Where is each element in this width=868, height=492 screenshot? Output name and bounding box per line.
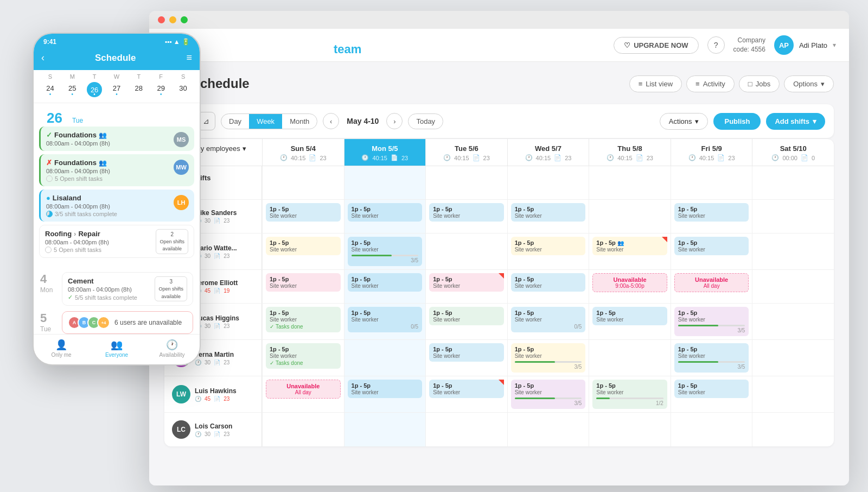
- shift-avatar: MS: [174, 132, 189, 147]
- upgrade-button[interactable]: ♡ UPGRADE NOW: [614, 37, 698, 54]
- employee-row-mario-watte: MW Mario Watte... 🕐 30 📄 23 1p - 5pSite …: [164, 234, 834, 270]
- add-shifts-label: Add shifts: [775, 117, 809, 125]
- jobs-icon: □: [748, 80, 752, 88]
- cell-mario-mon: 1p - 5pSite worker 3/5: [344, 234, 426, 269]
- grid-header-fri: Fri 5/9 🕐40:15 📄23: [671, 139, 752, 166]
- shift-card[interactable]: 1p - 5pSite worker: [429, 380, 504, 398]
- shift-card[interactable]: 1p - 5pSite worker 1/2: [592, 380, 667, 409]
- phone-cal-day-26-today[interactable]: 26: [87, 82, 102, 97]
- shift-card[interactable]: 1p - 5pSite worker: [674, 203, 749, 222]
- shift-card[interactable]: 1p - 5pSite worker: [511, 237, 586, 255]
- open-shifts-sun: [262, 166, 344, 199]
- shift-card[interactable]: 1p - 5pSite worker: [429, 273, 504, 292]
- view-mode-selector: Day Week Month: [221, 113, 317, 129]
- prev-week-button[interactable]: ‹: [323, 113, 339, 129]
- schedule-top-bar: 📅 Schedule ≡ List view ≡ Activity □ Jobs: [164, 73, 834, 94]
- list-icon: ≡: [639, 80, 643, 88]
- phone-shift-foundations-1[interactable]: ✓ Foundations 👥 08:00am - 04:00pm (8h) M…: [39, 127, 194, 151]
- phone-unavail-box[interactable]: A B C +4 6 users are unavailable: [62, 311, 193, 334]
- phone-menu-button[interactable]: ≡: [186, 52, 192, 64]
- minimize-button[interactable]: [169, 16, 176, 23]
- shift-card[interactable]: 1p - 5pSite worker: [348, 273, 423, 292]
- shift-card[interactable]: 1p - 5pSite worker 3/5: [674, 307, 749, 336]
- shift-card[interactable]: 1p - 5pSite worker: [511, 203, 586, 222]
- open-shifts-thu: [589, 166, 671, 199]
- help-button[interactable]: ?: [707, 36, 725, 54]
- phone-cal-day-27[interactable]: 27: [106, 82, 128, 97]
- options-button[interactable]: Options ▾: [784, 75, 834, 92]
- maximize-button[interactable]: [181, 16, 188, 23]
- phone-nav-everyone[interactable]: 👥 Everyone: [89, 339, 144, 358]
- shift-card[interactable]: 1p - 5pSite worker 3/5: [674, 343, 749, 373]
- actions-button[interactable]: Actions ▾: [660, 113, 709, 130]
- phone-shift-roofing[interactable]: Roofing › Repair 08:00am - 04:00pm (8h) …: [39, 225, 194, 258]
- phone-day-26-section: 26 Tue ✓ Foundations 👥 08:00am - 04:00pm…: [34, 103, 200, 266]
- shift-card[interactable]: 1p - 5pSite worker ✓ Tasks done: [266, 343, 341, 369]
- phone-nav-only-me[interactable]: 👤 Only me: [34, 339, 89, 358]
- cell-lucas-sun: 1p - 5pSite worker ✓ Tasks done: [262, 304, 344, 339]
- phone-cal-day-24[interactable]: 24: [39, 82, 61, 97]
- shift-card[interactable]: 1p - 5pSite worker: [348, 380, 423, 398]
- phone-day-4-num: 4: [40, 272, 56, 286]
- phone-cal-day-25[interactable]: 25: [61, 82, 84, 97]
- shift-avatar-2: MW: [174, 160, 189, 175]
- week-view-button[interactable]: Week: [249, 114, 282, 129]
- shift-card[interactable]: 1p - 5pSite worker 0/5: [348, 307, 423, 332]
- shift-card[interactable]: 1p - 5pSite worker 3/5: [511, 343, 586, 373]
- shift-card[interactable]: 1p - 5pSite worker: [592, 307, 667, 325]
- open-shifts-sat: [752, 166, 834, 199]
- cell-mike-tue: 1p - 5pSite worker: [425, 200, 507, 233]
- phone-time: 9:41: [43, 38, 56, 46]
- cell-mike-sat: [752, 200, 834, 233]
- publish-button[interactable]: Publish: [713, 113, 761, 130]
- phone-header-title: Schedule: [95, 53, 136, 64]
- shift-card[interactable]: 1p - 5pSite worker 3/5: [348, 237, 423, 266]
- cell-jerome-sun: 1p - 5pSite worker: [262, 270, 344, 303]
- shift-card[interactable]: 1p - 5pSite worker: [674, 237, 749, 255]
- shift-card[interactable]: 1p - 5pSite worker: [429, 307, 504, 325]
- phone-signals: ▪▪▪ ▲ 🔋: [165, 38, 190, 46]
- shift-card[interactable]: 1p - 5pSite worker: [429, 343, 504, 362]
- phone-cal-day-headers: S M T W T F S: [39, 73, 194, 80]
- day-view-button[interactable]: Day: [221, 114, 249, 129]
- employee-row-lucas-higgins: LH Lucas Higgins 🕐 30 📄 23 1p - 5pSite w…: [164, 304, 834, 340]
- phone-shift-lisaland[interactable]: ● Lisaland 08:00am - 04:00pm (8h) 3/5 sh…: [39, 190, 194, 222]
- phone-shift-cement[interactable]: Cement 08:00am - 04:00pm (8h) ✓ 5/5 shif…: [62, 272, 193, 306]
- phone-shift-foundations-2[interactable]: ✗ Foundations 👥 08:00am - 04:00pm (8h) 5…: [39, 154, 194, 186]
- phone-nav-availability[interactable]: 🕐 Availability: [144, 339, 200, 358]
- shift-card[interactable]: 1p - 5pSite worker: [266, 203, 341, 222]
- phone-cal-day-30[interactable]: 30: [172, 82, 194, 97]
- activity-button[interactable]: ≡ Activity: [686, 75, 735, 92]
- shift-card[interactable]: 1p - 5pSite worker: [266, 237, 341, 255]
- close-button[interactable]: [158, 16, 165, 23]
- shift-card[interactable]: 1p - 5pSite worker ✓ Tasks done: [266, 307, 341, 332]
- shift-avatar-3: LH: [174, 195, 189, 210]
- grid-header-wed: Wed 5/7 🕐40:15 📄23: [507, 139, 589, 166]
- add-shifts-button[interactable]: Add shifts ▾: [766, 113, 825, 130]
- shift-card[interactable]: 1p - 5pSite worker 0/5: [511, 307, 586, 332]
- shift-card[interactable]: 1p - 5pSite worker: [511, 273, 586, 292]
- unavailable-card[interactable]: Unavailable All day: [266, 380, 341, 399]
- shift-card[interactable]: 1p - 5pSite worker: [674, 380, 749, 398]
- shift-card[interactable]: 1p - 5pSite worker: [266, 273, 341, 292]
- jobs-button[interactable]: □ Jobs: [739, 75, 780, 92]
- phone-cal-day-29[interactable]: 29: [150, 82, 172, 97]
- month-view-button[interactable]: Month: [282, 114, 317, 129]
- shift-card[interactable]: 1p - 5pSite worker: [429, 203, 504, 222]
- phone-bottom-nav: 👤 Only me 👥 Everyone 🕐 Availability: [34, 334, 200, 364]
- next-week-button[interactable]: ›: [386, 113, 403, 129]
- unavailable-card[interactable]: Unavailable 9:00a-5:00p: [592, 273, 667, 292]
- shift-card[interactable]: 1p - 5p 👥Site worker: [592, 237, 667, 255]
- cell-jerome-tue: 1p - 5pSite worker: [425, 270, 507, 303]
- phone-cal-day-28[interactable]: 28: [127, 82, 150, 97]
- shift-card[interactable]: 1p - 5pSite worker 3/5: [511, 380, 586, 409]
- phone-back-button[interactable]: ‹: [41, 52, 44, 64]
- right-arrow-icon: ›: [393, 117, 395, 125]
- unavailable-card[interactable]: Unavailable All day: [674, 273, 749, 292]
- today-button[interactable]: Today: [408, 113, 443, 129]
- heart-icon: ♡: [624, 41, 630, 49]
- cell-mario-sat: [752, 234, 834, 269]
- shift-card[interactable]: 1p - 5pSite worker: [348, 203, 423, 222]
- list-view-button[interactable]: ≡ List view: [629, 75, 682, 92]
- open-shifts-badge: 2Open shiftsavailable: [156, 229, 188, 254]
